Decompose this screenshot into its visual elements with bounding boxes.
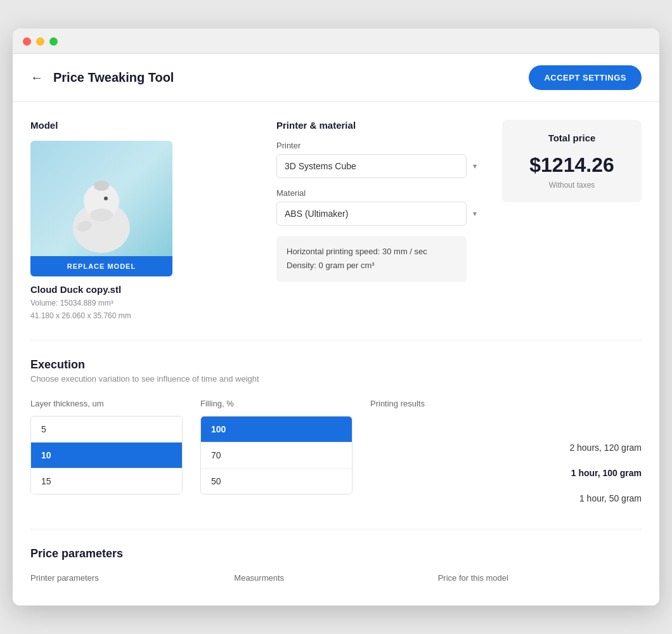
svg-point-3: [104, 197, 108, 200]
app-window: ← Price Tweaking Tool ACCEPT SETTINGS Mo…: [13, 29, 659, 605]
execution-title: Execution: [30, 358, 642, 372]
result-item-3: 1 hour, 50 gram: [370, 486, 642, 511]
page-title: Price Tweaking Tool: [53, 70, 174, 85]
thickness-option-5[interactable]: 5: [31, 417, 182, 443]
printer-section: Printer & material Printer 3D Systems Cu…: [276, 120, 484, 281]
filling-option-list: 100 70 50: [200, 416, 352, 495]
execution-grid: Layer thickness, um 5 10 15 Filling, % 1…: [30, 399, 642, 511]
replace-model-button[interactable]: REPLACE MODEL: [30, 256, 172, 276]
filling-column: Filling, % 100 70 50: [200, 399, 352, 511]
close-button[interactable]: [23, 37, 31, 46]
info-density: Density: 0 gram per cm³: [287, 259, 456, 273]
header-left: ← Price Tweaking Tool: [30, 70, 174, 85]
printer-info-box: Horizontal printing speed: 30 mm / sec D…: [276, 236, 467, 281]
filling-label: Filling, %: [200, 399, 352, 408]
execution-section: Execution Choose execution variation to …: [30, 340, 642, 529]
thickness-option-10[interactable]: 10: [31, 443, 182, 469]
total-price-card: Total price $1214.26 Without taxes: [502, 120, 642, 202]
result-item-2: 1 hour, 100 gram: [370, 460, 642, 486]
maximize-button[interactable]: [49, 37, 58, 46]
printer-section-label: Printer & material: [276, 120, 484, 131]
printer-select-wrap: 3D Systems Cube Ultimaker 2 MakerBot Rep…: [276, 154, 484, 178]
material-select-wrap: ABS (Ultimaker) PLA (Standard) Nylon ▾: [276, 202, 484, 226]
total-price-tax-note: Without taxes: [515, 181, 629, 190]
total-price-amount: $1214.26: [515, 153, 629, 177]
print-results-list: 2 hours, 120 gram 1 hour, 100 gram 1 hou…: [370, 416, 642, 511]
duck-svg: [60, 158, 143, 259]
svg-point-5: [90, 209, 113, 221]
info-speed: Horizontal printing speed: 30 mm / sec: [287, 245, 456, 259]
main-content: Model: [13, 102, 659, 605]
material-select[interactable]: ABS (Ultimaker) PLA (Standard) Nylon: [276, 202, 467, 226]
printer-chevron-down-icon: ▾: [473, 162, 477, 171]
material-group: Material ABS (Ultimaker) PLA (Standard) …: [276, 188, 484, 226]
svg-point-2: [94, 181, 109, 191]
results-label: Printing results: [370, 399, 642, 408]
price-col-model-price: Price for this model: [438, 573, 642, 588]
price-parameters-title: Price parameters: [30, 547, 642, 560]
result-item-1: 2 hours, 120 gram: [370, 435, 642, 460]
minimize-button[interactable]: [36, 37, 44, 46]
printer-select[interactable]: 3D Systems Cube Ultimaker 2 MakerBot Rep…: [276, 154, 467, 178]
filling-option-70[interactable]: 70: [201, 443, 352, 469]
material-label: Material: [276, 188, 484, 198]
back-arrow-icon[interactable]: ←: [30, 70, 43, 85]
header: ← Price Tweaking Tool ACCEPT SETTINGS: [13, 54, 659, 102]
model-card: Model: [30, 120, 259, 321]
printer-label: Printer: [276, 141, 484, 150]
filling-option-100[interactable]: 100: [201, 417, 352, 443]
model-image-wrap: REPLACE MODEL: [30, 141, 172, 276]
printer-group: Printer 3D Systems Cube Ultimaker 2 Make…: [276, 141, 484, 178]
thickness-label: Layer thickness, um: [30, 399, 183, 408]
accept-settings-button[interactable]: ACCEPT SETTINGS: [529, 65, 642, 90]
model-dimensions: 41.180 x 26.060 x 35.760 mm: [30, 310, 259, 322]
model-volume: Volume: 15034.889 mm³: [30, 297, 259, 309]
titlebar: [13, 29, 659, 54]
model-file-name: Cloud Duck copy.stl: [30, 284, 259, 295]
price-parameters-section: Price parameters Printer parameters Meas…: [30, 529, 642, 588]
filling-option-50[interactable]: 50: [201, 469, 352, 494]
price-col-printer-params: Printer parameters: [30, 573, 234, 588]
model-section-label: Model: [30, 120, 259, 131]
thickness-option-15[interactable]: 15: [31, 469, 182, 494]
execution-subtitle: Choose execution variation to see influe…: [30, 374, 642, 384]
price-columns: Printer parameters Measurments Price for…: [30, 573, 642, 588]
thickness-option-list: 5 10 15: [30, 416, 183, 495]
thickness-column: Layer thickness, um 5 10 15: [30, 399, 183, 511]
top-section: Model: [30, 120, 642, 340]
price-col-measurements: Measurments: [234, 573, 437, 588]
total-price-label: Total price: [515, 133, 629, 143]
results-column: Printing results 2 hours, 120 gram 1 hou…: [370, 399, 642, 511]
material-chevron-down-icon: ▾: [473, 209, 477, 218]
